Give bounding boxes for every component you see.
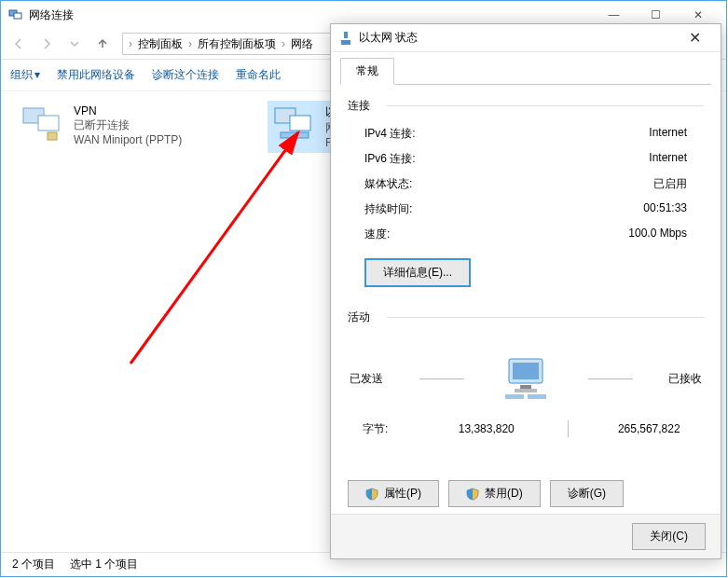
back-button[interactable]: [5, 31, 33, 57]
dialog-close-button[interactable]: ✕: [676, 26, 713, 50]
svg-rect-17: [515, 389, 537, 392]
sent-bytes: 13,383,820: [433, 422, 540, 435]
activity-panel: 已发送 已接收 字节: 13,383,820 265,567,822: [331, 333, 721, 447]
kv-duration: 持续时间:00:51:33: [331, 197, 721, 222]
tab-general[interactable]: 常规: [340, 58, 394, 85]
network-icon: [338, 31, 353, 46]
svg-rect-15: [513, 363, 539, 379]
divider: [588, 378, 633, 379]
svg-rect-16: [520, 385, 531, 389]
kv-ipv4: IPv4 连接:Internet: [331, 121, 721, 146]
up-button[interactable]: [89, 31, 117, 57]
dialog-footer: 关闭(C): [331, 514, 721, 558]
dialog-titlebar: 以太网 状态 ✕: [331, 24, 721, 52]
connection-item-vpn[interactable]: VPN 已断开连接 WAN Miniport (PPTP): [16, 101, 230, 150]
recv-label: 已接收: [668, 371, 702, 387]
connection-status: 已断开连接: [74, 117, 182, 133]
svg-rect-12: [344, 32, 348, 38]
section-connect: 连接: [331, 85, 721, 121]
ethernet-status-dialog: 以太网 状态 ✕ 常规 连接 IPv4 连接:Internet IPv6 连接:…: [330, 23, 721, 559]
section-activity: 活动: [331, 296, 721, 333]
shield-icon: [466, 488, 479, 501]
connection-name: VPN: [74, 104, 182, 117]
svg-rect-5: [38, 116, 59, 131]
history-dropdown[interactable]: [61, 31, 89, 57]
connection-text: VPN 已断开连接 WAN Miniport (PPTP): [74, 104, 182, 146]
tabs: 常规: [331, 52, 721, 84]
breadcrumb-seg[interactable]: 控制面板: [134, 36, 186, 52]
vpn-connection-icon: [20, 104, 64, 144]
svg-rect-19: [528, 394, 546, 399]
breadcrumb-seg[interactable]: 网络: [287, 36, 317, 52]
explorer-title: 网络连接: [29, 7, 593, 23]
disable-device-button[interactable]: 禁用此网络设备: [57, 67, 135, 83]
shield-icon: [365, 488, 378, 501]
diagnose-button[interactable]: 诊断(G): [550, 480, 624, 507]
diagnose-connection-button[interactable]: 诊断这个连接: [152, 67, 219, 83]
breadcrumb-seg[interactable]: 所有控制面板项: [194, 36, 280, 52]
chevron-right-icon: ›: [280, 37, 287, 50]
details-button[interactable]: 详细信息(E)...: [364, 258, 471, 287]
ethernet-connection-icon: [271, 104, 316, 144]
chevron-right-icon: ›: [127, 37, 134, 50]
selected-count: 选中 1 个项目: [70, 557, 138, 572]
rename-button[interactable]: 重命名此: [236, 67, 281, 83]
kv-speed: 速度:100.0 Mbps: [331, 222, 721, 247]
divider: [568, 420, 569, 437]
close-button[interactable]: 关闭(C): [632, 523, 706, 550]
svg-rect-18: [505, 394, 524, 399]
divider: [419, 378, 464, 379]
connection-desc: WAN Miniport (PPTP): [74, 133, 182, 146]
sent-label: 已发送: [350, 371, 383, 387]
organize-menu[interactable]: 组织▾: [10, 67, 40, 83]
svg-rect-9: [281, 132, 309, 138]
button-row: 属性(P) 禁用(D) 诊断(G): [331, 447, 721, 516]
svg-rect-13: [341, 40, 350, 45]
activity-monitor-icon: [500, 355, 552, 402]
svg-rect-6: [48, 132, 57, 140]
network-connections-icon: [8, 7, 23, 22]
recv-bytes: 265,567,822: [597, 422, 703, 435]
chevron-right-icon: ›: [186, 37, 194, 50]
bytes-label: 字节:: [350, 421, 433, 437]
svg-rect-8: [290, 116, 310, 131]
svg-rect-1: [14, 13, 21, 19]
forward-button[interactable]: [33, 31, 61, 57]
dialog-title: 以太网 状态: [359, 30, 676, 46]
disable-button[interactable]: 禁用(D): [448, 480, 541, 507]
kv-media: 媒体状态:已启用: [331, 172, 721, 197]
kv-ipv6: IPv6 连接:Internet: [331, 146, 721, 172]
properties-button[interactable]: 属性(P): [348, 480, 439, 507]
item-count: 2 个项目: [12, 557, 55, 572]
